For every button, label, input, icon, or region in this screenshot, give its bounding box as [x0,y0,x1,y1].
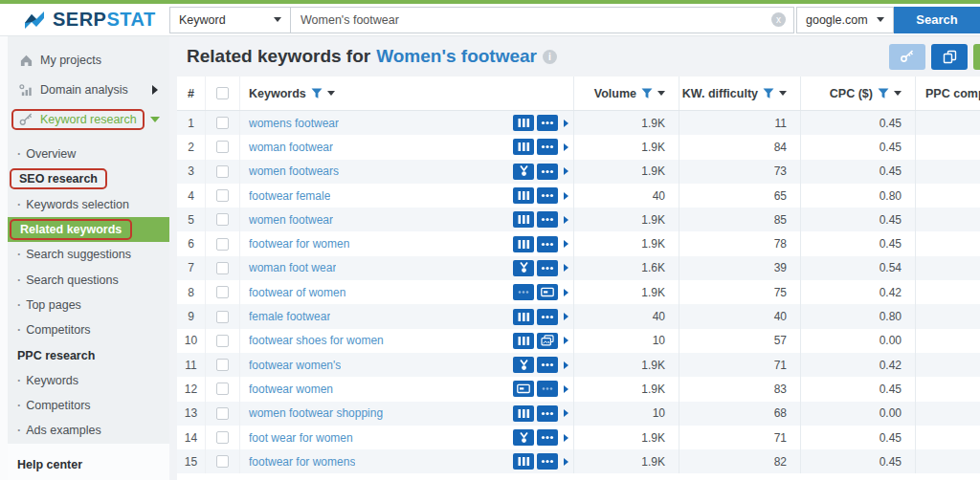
sidebar-item-search-suggestions[interactable]: ·Search suggestions [8,242,169,267]
dots-icon-button[interactable] [537,429,558,446]
card-icon-button[interactable] [513,381,534,397]
row-checkbox[interactable] [216,431,229,444]
serpstat-logo[interactable]: SERPSTAT [0,9,169,31]
keyword-link[interactable]: footwear for womens [249,455,355,469]
keyword-link[interactable]: footwear women [249,383,333,396]
column-header-cpc[interactable]: CPC ($) [800,77,915,110]
medal-icon-button[interactable] [513,260,534,276]
keyword-link[interactable]: woman foot wear [249,261,336,274]
chevron-down-icon[interactable] [894,91,902,96]
dots-icon-button[interactable] [537,211,558,228]
sidebar-item-my-projects[interactable]: My projects [8,45,169,75]
expand-row-chevron-icon[interactable] [564,434,568,442]
search-engine-select[interactable]: google.com [796,7,894,33]
sidebar-help-center[interactable]: Help center [8,444,169,480]
dots-icon-button[interactable] [537,357,558,373]
bars-icon-button[interactable] [513,115,534,131]
expand-row-chevron-icon[interactable] [564,409,568,417]
row-checkbox[interactable] [216,165,229,178]
bars-icon-button[interactable] [513,236,534,252]
sidebar-item-competitors[interactable]: ·Competitors [8,317,169,342]
bars-icon-button[interactable] [513,309,534,325]
sidebar-item-overview[interactable]: ·Overview [8,142,169,166]
filter-icon[interactable] [311,88,323,99]
sidebar-item-competitors[interactable]: ·Competitors [8,393,169,418]
expand-row-chevron-icon[interactable] [564,143,568,151]
dots-icon-button[interactable] [537,115,558,131]
sidebar-item-top-pages[interactable]: ·Top pages [8,293,169,317]
search-input[interactable] [291,8,793,33]
row-checkbox[interactable] [216,189,229,202]
bars-icon-button[interactable] [513,453,534,470]
medal-icon-button[interactable] [513,429,534,446]
sidebar-item-keywords[interactable]: ·Keywords [8,368,169,393]
row-checkbox[interactable] [216,407,229,420]
column-header-kw-difficulty[interactable]: KW. difficulty [679,77,800,110]
bars-icon-button[interactable] [513,405,534,422]
search-button[interactable]: Search [894,7,980,33]
medal-icon-button[interactable] [513,357,534,373]
bars-icon-button[interactable] [513,139,534,155]
column-header-volume[interactable]: Volume [573,77,679,110]
medal-icon-button[interactable] [513,164,534,180]
keyword-link[interactable]: footwear of women [249,286,345,299]
row-checkbox[interactable] [216,335,229,347]
keyword-link[interactable]: footwear female [249,189,330,203]
row-checkbox[interactable] [216,117,229,129]
column-header-ppc-competition[interactable]: PPC compe [915,77,980,110]
keyword-link[interactable]: women footwears [249,164,339,178]
chevron-down-icon[interactable] [657,91,665,96]
keyword-link[interactable]: woman footwear [249,141,333,154]
column-header-keywords[interactable]: Keywords [240,77,573,110]
clear-search-icon[interactable]: x [771,12,786,27]
expand-row-chevron-icon[interactable] [564,289,568,296]
keyword-link[interactable]: footwear shoes for women [249,334,384,347]
keyword-link[interactable]: footwear for women [249,237,349,251]
bars-icon-button[interactable] [513,211,534,228]
filter-icon[interactable] [641,88,653,99]
row-checkbox[interactable] [216,455,229,468]
dots-icon-button[interactable] [537,309,558,325]
expand-row-chevron-icon[interactable] [564,458,568,466]
expand-row-chevron-icon[interactable] [564,337,568,344]
row-checkbox[interactable] [216,213,229,226]
filter-icon[interactable] [763,88,774,99]
expand-row-chevron-icon[interactable] [564,167,568,175]
row-checkbox[interactable] [216,238,229,251]
select-all-checkbox[interactable] [216,87,229,99]
sidebar-item-related-keywords[interactable]: Related keywords [8,217,169,242]
dots-icon-button[interactable] [513,284,534,300]
keyword-link[interactable]: footwear women's [249,359,341,372]
dots-icon-button[interactable] [537,236,558,252]
search-type-select[interactable]: Keyword [169,7,291,33]
expand-row-chevron-icon[interactable] [564,120,568,127]
filter-icon[interactable] [878,88,889,99]
sidebar-item-ads-examples[interactable]: ·Ads examples [8,418,169,443]
bars-icon-button[interactable] [513,333,534,349]
expand-row-chevron-icon[interactable] [564,216,568,224]
sidebar-item-domain-analysis[interactable]: Domain analysis [8,75,169,104]
photos-icon-button[interactable] [537,333,558,349]
row-checkbox[interactable] [216,141,229,153]
row-checkbox[interactable] [216,383,229,395]
keyword-link[interactable]: women footwear [249,213,333,227]
export-button-partial[interactable] [973,44,980,70]
dots-icon-button[interactable] [537,381,558,397]
dots-icon-button[interactable] [537,453,558,470]
row-checkbox[interactable] [216,359,229,371]
dots-icon-button[interactable] [537,164,558,180]
sidebar-item-search-questions[interactable]: ·Search questions [8,267,169,292]
keyword-tool-button[interactable] [889,44,925,70]
copy-button[interactable] [931,44,968,70]
expand-row-chevron-icon[interactable] [564,264,568,272]
bars-icon-button[interactable] [513,187,534,204]
card-icon-button[interactable] [537,284,558,300]
info-icon[interactable]: i [543,50,557,64]
row-checkbox[interactable] [216,286,229,298]
expand-row-chevron-icon[interactable] [564,240,568,248]
expand-row-chevron-icon[interactable] [564,313,568,320]
sidebar-item-keyword-research[interactable]: Keyword research [8,104,169,134]
expand-row-chevron-icon[interactable] [564,192,568,200]
keyword-link[interactable]: women footwear shopping [249,406,383,420]
chevron-down-icon[interactable] [779,91,787,96]
